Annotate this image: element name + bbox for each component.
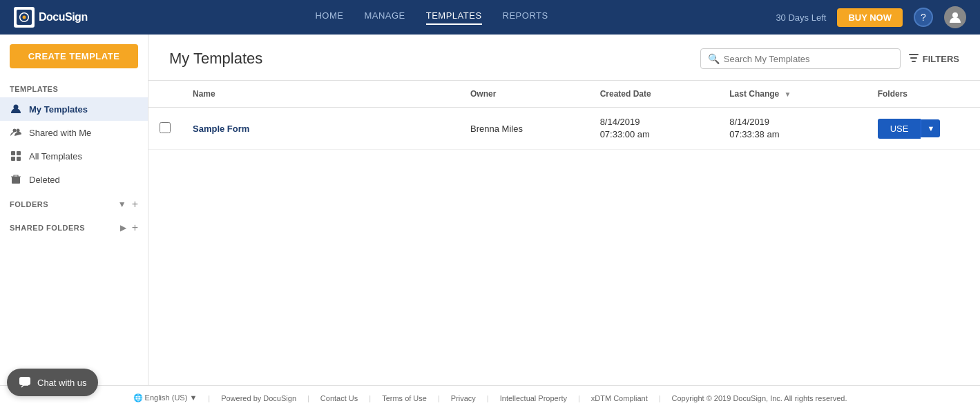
use-dropdown-arrow: ▼ <box>927 124 934 133</box>
svg-rect-13 <box>912 61 916 62</box>
help-question-mark: ? <box>921 12 926 23</box>
shared-folders-label: SHARED FOLDERS <box>10 224 85 232</box>
main-header-right: 🔍 FILTERS <box>700 48 959 69</box>
main-layout: CREATE TEMPLATE TEMPLATES My Templates <box>0 35 980 385</box>
table-header-row: Name Owner Created Date Last Change ▼ <box>148 81 980 108</box>
logo-icon <box>14 7 35 28</box>
help-icon[interactable]: ? <box>914 8 933 27</box>
svg-point-1 <box>23 16 26 19</box>
footer-contact-us[interactable]: Contact Us <box>320 394 358 402</box>
footer: 🌐 English (US) ▼ | Powered by DocuSign |… <box>0 385 980 410</box>
page-title: My Templates <box>169 50 262 68</box>
main-header: My Templates 🔍 FILTERS <box>148 35 980 81</box>
people-icon <box>10 126 22 139</box>
col-header-checkbox <box>148 81 182 108</box>
sidebar-item-deleted[interactable]: Deleted <box>0 168 148 191</box>
last-change-time: 07:33:38 am <box>729 128 855 141</box>
row-checkbox[interactable] <box>160 122 171 133</box>
folders-section-collapse[interactable]: FOLDERS ▼ + <box>0 191 148 215</box>
logo[interactable]: DocuSign <box>14 7 88 28</box>
svg-rect-9 <box>17 157 21 161</box>
sidebar-item-deleted-label: Deleted <box>29 175 60 185</box>
footer-language[interactable]: 🌐 English (US) ▼ <box>133 393 198 402</box>
col-header-name[interactable]: Name <box>182 81 459 108</box>
footer-terms[interactable]: Terms of Use <box>382 394 427 402</box>
table-row: Sample Form Brenna Miles 8/14/2019 07:33… <box>148 108 980 150</box>
row-checkbox-cell <box>148 108 182 150</box>
footer-xdtm[interactable]: xDTM Compliant <box>591 394 648 402</box>
chat-icon <box>18 375 32 389</box>
template-owner: Brenna Miles <box>470 124 523 134</box>
template-name[interactable]: Sample Form <box>193 124 249 134</box>
created-time: 07:33:00 am <box>600 128 708 141</box>
templates-table: Name Owner Created Date Last Change ▼ <box>148 81 980 150</box>
chat-widget[interactable]: Chat with us <box>7 369 98 396</box>
nav-right: 30 Days Left BUY NOW ? <box>776 6 966 28</box>
row-created-cell: 8/14/2019 07:33:00 am <box>589 108 719 150</box>
folders-chevron-icon: ▼ <box>118 199 126 209</box>
footer-privacy[interactable]: Privacy <box>451 394 476 402</box>
svg-point-4 <box>13 129 17 133</box>
svg-rect-12 <box>910 57 917 59</box>
row-folders-cell: USE ▼ <box>867 108 980 150</box>
nav-home[interactable]: HOME <box>315 10 343 25</box>
sidebar-item-my-templates-label: My Templates <box>29 104 88 115</box>
nav-links: HOME MANAGE TEMPLATES REPORTS <box>108 10 756 25</box>
shared-folders-chevron-icon: ▶ <box>120 223 126 233</box>
svg-rect-10 <box>12 177 20 184</box>
svg-rect-14 <box>19 377 30 385</box>
search-box: 🔍 <box>700 48 901 69</box>
created-date: 8/14/2019 <box>600 116 708 128</box>
sidebar-item-shared-label: Shared with Me <box>29 128 91 138</box>
sidebar-item-my-templates[interactable]: My Templates <box>0 97 148 121</box>
avatar[interactable] <box>944 6 966 28</box>
top-nav: DocuSign HOME MANAGE TEMPLATES REPORTS 3… <box>0 0 980 35</box>
nav-reports[interactable]: REPORTS <box>503 10 548 25</box>
use-dropdown-button[interactable]: ▼ <box>921 119 940 137</box>
logo-text: DocuSign <box>39 11 88 23</box>
search-input[interactable] <box>724 54 893 64</box>
chat-label: Chat with us <box>37 378 87 388</box>
use-btn-group: USE ▼ <box>878 119 969 139</box>
col-header-last-change[interactable]: Last Change ▼ <box>718 81 866 108</box>
sidebar-item-all-templates[interactable]: All Templates <box>0 144 148 168</box>
row-owner-cell: Brenna Miles <box>459 108 589 150</box>
col-header-created-date[interactable]: Created Date <box>589 81 719 108</box>
templates-section-label: TEMPLATES <box>0 78 148 97</box>
svg-rect-8 <box>11 157 15 161</box>
footer-ip[interactable]: Intellectual Property <box>500 394 567 402</box>
shared-folders-add-icon[interactable]: + <box>132 222 138 234</box>
filters-icon <box>909 53 919 64</box>
filters-label: FILTERS <box>923 54 959 64</box>
svg-rect-6 <box>11 151 15 155</box>
row-lastchange-cell: 8/14/2019 07:33:38 am <box>718 108 866 150</box>
svg-rect-7 <box>17 151 21 155</box>
sidebar-item-shared-with-me[interactable]: Shared with Me <box>0 121 148 144</box>
last-change-date: 8/14/2019 <box>729 116 855 128</box>
nav-manage[interactable]: MANAGE <box>364 10 405 25</box>
svg-rect-11 <box>909 54 919 55</box>
create-template-button[interactable]: CREATE TEMPLATE <box>10 44 138 68</box>
col-header-owner[interactable]: Owner <box>459 81 589 108</box>
trash-icon <box>10 173 22 186</box>
footer-copyright: Copyright © 2019 DocuSign, Inc. All righ… <box>672 394 847 402</box>
row-name-cell: Sample Form <box>182 108 459 150</box>
folders-add-icon[interactable]: + <box>132 198 138 211</box>
filters-button[interactable]: FILTERS <box>909 53 959 64</box>
sidebar: CREATE TEMPLATE TEMPLATES My Templates <box>0 35 148 385</box>
person-icon <box>10 103 22 115</box>
col-header-folders: Folders <box>867 81 980 108</box>
main-content: My Templates 🔍 FILTERS <box>148 35 980 385</box>
grid-icon <box>10 150 22 162</box>
search-icon: 🔍 <box>708 53 720 64</box>
shared-folders-section-collapse[interactable]: SHARED FOLDERS ▶ + <box>0 215 148 238</box>
buy-now-button[interactable]: BUY NOW <box>837 8 903 27</box>
svg-point-5 <box>17 129 20 133</box>
sidebar-item-all-templates-label: All Templates <box>29 151 82 162</box>
sort-icon: ▼ <box>785 90 791 98</box>
nav-templates[interactable]: TEMPLATES <box>426 10 482 25</box>
use-button[interactable]: USE <box>878 119 921 139</box>
folders-label: FOLDERS <box>10 200 48 208</box>
trial-text: 30 Days Left <box>776 12 826 23</box>
footer-powered-by: Powered by DocuSign <box>221 394 296 402</box>
